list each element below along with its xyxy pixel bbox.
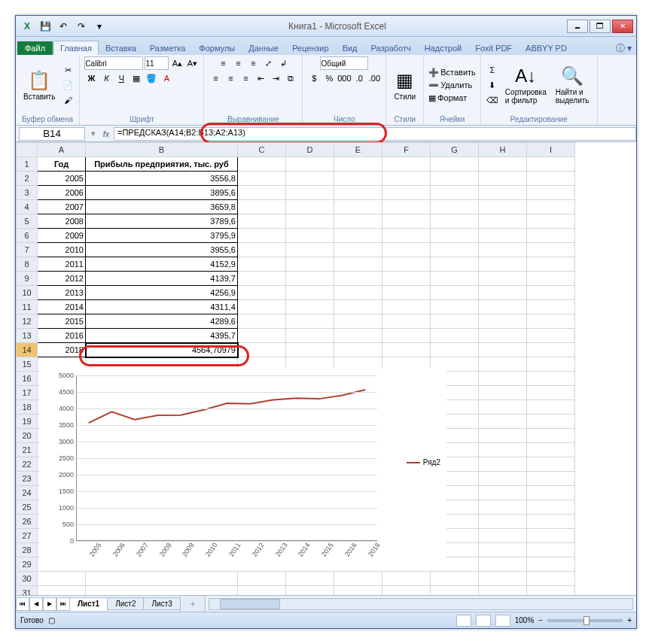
cell-H7[interactable]	[479, 243, 527, 257]
sheet-tab-Лист3[interactable]: Лист3	[143, 597, 180, 610]
cell-I28[interactable]	[527, 543, 575, 557]
cell-F2[interactable]	[382, 172, 431, 186]
cell-H4[interactable]	[479, 200, 527, 214]
zoom-out-button[interactable]: −	[538, 616, 543, 624]
cell-E13[interactable]	[334, 329, 382, 343]
cell-F7[interactable]	[382, 243, 431, 257]
cell-A30[interactable]	[38, 572, 86, 586]
find-select-button[interactable]: 🔍 Найти и выделить	[553, 64, 593, 106]
cell-I3[interactable]	[527, 186, 575, 200]
row-header-4[interactable]: 4	[17, 200, 38, 214]
cell-H29[interactable]	[479, 557, 527, 572]
cell-E12[interactable]	[334, 314, 382, 329]
cell-I25[interactable]	[527, 500, 575, 515]
format-cells-button[interactable]: ▦Формат	[428, 93, 476, 103]
cell-A13[interactable]: 2016	[38, 329, 86, 343]
column-header-D[interactable]: D	[286, 143, 334, 157]
sheet-nav-next-icon[interactable]: ▶	[43, 597, 56, 611]
cell-B5[interactable]: 3789,6	[86, 214, 238, 229]
cell-I24[interactable]	[527, 486, 575, 500]
row-header-24[interactable]: 24	[17, 486, 38, 500]
cell-G12[interactable]	[431, 314, 479, 329]
format-painter-icon[interactable]: 🖌	[61, 93, 75, 107]
cell-A1[interactable]: Год	[38, 157, 86, 172]
cell-E5[interactable]	[334, 214, 382, 229]
view-page-break-icon[interactable]	[495, 615, 510, 627]
cell-E6[interactable]	[334, 229, 382, 243]
cell-E4[interactable]	[334, 200, 382, 214]
merge-cells-icon[interactable]: ⧉	[284, 71, 297, 85]
cell-D6[interactable]	[286, 229, 334, 243]
cell-H2[interactable]	[479, 172, 527, 186]
cell-D30[interactable]	[286, 572, 334, 586]
cell-A5[interactable]: 2008	[38, 214, 86, 229]
cell-I18[interactable]	[527, 400, 575, 415]
cell-D7[interactable]	[286, 243, 334, 257]
cell-C13[interactable]	[238, 329, 286, 343]
cell-I14[interactable]	[527, 343, 575, 357]
cell-E8[interactable]	[334, 257, 382, 272]
cell-G6[interactable]	[431, 229, 479, 243]
insert-cells-button[interactable]: ➕Вставить	[428, 68, 476, 77]
currency-icon[interactable]: $	[307, 71, 321, 85]
save-icon[interactable]: 💾	[37, 19, 53, 34]
undo-icon[interactable]: ↶	[55, 19, 72, 34]
cell-F8[interactable]	[382, 257, 431, 272]
sort-filter-button[interactable]: A↓ Сортировка и фильтр	[502, 64, 550, 106]
decrease-indent-icon[interactable]: ⇤	[254, 71, 267, 85]
cell-G2[interactable]	[431, 172, 479, 186]
cell-I8[interactable]	[527, 257, 575, 272]
cell-G4[interactable]	[431, 200, 479, 214]
cell-C2[interactable]	[238, 172, 286, 186]
formula-input[interactable]: =ПРЕДСКАЗ(A14;B2:B13;A2:A13)	[114, 127, 636, 141]
ribbon-tab-разметка[interactable]: Разметка	[143, 41, 193, 55]
cell-H26[interactable]	[479, 515, 527, 529]
align-top-icon[interactable]: ≡	[216, 56, 230, 70]
ribbon-tab-рецензир[interactable]: Рецензир	[285, 41, 336, 55]
cell-C11[interactable]	[238, 300, 286, 314]
row-header-21[interactable]: 21	[17, 443, 38, 457]
cell-I22[interactable]	[527, 457, 575, 472]
ribbon-tab-данные[interactable]: Данные	[242, 41, 285, 55]
close-button[interactable]: ✕	[612, 20, 633, 33]
cell-I27[interactable]	[527, 529, 575, 543]
cell-E1[interactable]	[334, 157, 382, 172]
ribbon-tab-разработч[interactable]: Разработч	[364, 41, 418, 55]
sheet-add-button[interactable]: ＋	[180, 595, 206, 612]
cell-G9[interactable]	[431, 272, 479, 286]
cell-H6[interactable]	[479, 229, 527, 243]
cell-B6[interactable]: 3795,9	[86, 229, 238, 243]
increase-decimal-icon[interactable]: .0	[352, 71, 366, 85]
zoom-slider-thumb[interactable]	[583, 616, 590, 625]
decrease-font-icon[interactable]: A▾	[185, 56, 199, 70]
cell-A9[interactable]: 2012	[38, 272, 86, 286]
cell-D3[interactable]	[286, 186, 334, 200]
align-middle-icon[interactable]: ≡	[231, 56, 245, 70]
ribbon-tab-надстрой[interactable]: Надстрой	[418, 41, 468, 55]
cell-I9[interactable]	[527, 272, 575, 286]
cell-H10[interactable]	[479, 286, 527, 300]
column-header-F[interactable]: F	[382, 143, 431, 157]
cell-C4[interactable]	[238, 200, 286, 214]
cell-H25[interactable]	[479, 500, 527, 515]
horizontal-scrollbar[interactable]	[209, 598, 633, 610]
row-header-15[interactable]: 15	[17, 357, 38, 372]
align-right-icon[interactable]: ≡	[239, 71, 252, 85]
embedded-chart[interactable]: 0500100015002000250030003500400045005000…	[40, 368, 446, 571]
cell-I12[interactable]	[527, 314, 575, 329]
cell-I6[interactable]	[527, 229, 575, 243]
ribbon-tab-вставка[interactable]: Вставка	[99, 41, 143, 55]
row-header-22[interactable]: 22	[17, 457, 38, 472]
select-all-corner[interactable]	[17, 143, 38, 157]
row-header-7[interactable]: 7	[17, 243, 38, 257]
qat-customize-icon[interactable]: ▾	[91, 19, 108, 34]
cell-C3[interactable]	[238, 186, 286, 200]
cell-H16[interactable]	[479, 372, 527, 386]
cell-C10[interactable]	[238, 286, 286, 300]
cell-I23[interactable]	[527, 472, 575, 486]
font-name-select[interactable]	[84, 56, 143, 70]
cell-G13[interactable]	[431, 329, 479, 343]
cell-B7[interactable]: 3955,6	[86, 243, 238, 257]
comma-icon[interactable]: 000	[337, 71, 351, 85]
cell-H24[interactable]	[479, 486, 527, 500]
